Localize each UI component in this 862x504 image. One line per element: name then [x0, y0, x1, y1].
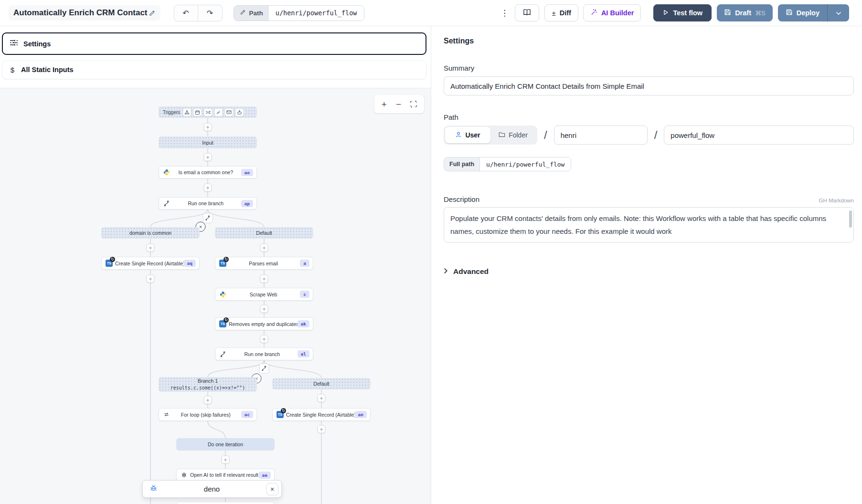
- email-icon[interactable]: [225, 108, 233, 116]
- save-icon: [786, 9, 793, 17]
- branch-predicate-code: results.c.some((x)=>x!=""): [170, 385, 245, 391]
- step-id-badge: ap: [241, 200, 253, 207]
- add-step-button[interactable]: +: [222, 456, 230, 464]
- full-path-value: u/henri/powerful_flow: [480, 158, 571, 171]
- step-node-is-email[interactable]: Is email a common one? ao: [159, 166, 257, 178]
- step-node-create-record-airtable-2[interactable]: TS↻ Create Single Record (Airtable) an: [272, 408, 371, 421]
- trigger-icons: [183, 108, 244, 116]
- branch-header-branch-1[interactable]: Branch 1 results.c.some((x)=>x!=""): [159, 377, 257, 392]
- add-branch-button[interactable]: [259, 364, 269, 374]
- zoom-in-button[interactable]: +: [382, 100, 387, 109]
- undo-button[interactable]: ↶: [174, 5, 198, 21]
- test-flow-label: Test flow: [673, 9, 702, 17]
- fit-view-button[interactable]: [410, 100, 417, 109]
- loop-body-header-do-one-iteration[interactable]: Do one iteration: [176, 438, 275, 451]
- typescript-icon: TS↻: [219, 320, 227, 327]
- test-flow-button[interactable]: Test flow: [653, 4, 712, 21]
- step-node-scrape-web[interactable]: Scrape Web c: [215, 288, 313, 301]
- python-icon: [162, 169, 170, 176]
- step-id-badge: ak: [298, 320, 309, 327]
- step-node-run-one-branch-1[interactable]: Run one branch ap: [159, 197, 257, 210]
- ai-builder-button[interactable]: AI Builder: [583, 4, 641, 21]
- more-options-kebab[interactable]: ⋮: [499, 8, 510, 18]
- add-step-button[interactable]: +: [260, 335, 268, 343]
- step-node-create-record-airtable-1[interactable]: TS↻ Create Single Record (Airtable) aq: [101, 257, 200, 270]
- add-step-button[interactable]: +: [204, 396, 212, 404]
- diff-button[interactable]: ± Diff: [544, 4, 578, 21]
- edit-title-pencil-icon[interactable]: [149, 10, 156, 17]
- zoom-out-button[interactable]: −: [396, 100, 401, 109]
- add-step-button[interactable]: +: [318, 425, 326, 433]
- step-id-badge: an: [355, 411, 367, 418]
- triggers-node[interactable]: Triggers: [159, 106, 257, 118]
- plus-minus-icon: ±: [552, 9, 555, 17]
- path-separator: /: [648, 128, 664, 142]
- play-icon: [662, 9, 669, 17]
- add-step-button[interactable]: +: [260, 244, 268, 252]
- add-step-button[interactable]: +: [204, 184, 212, 192]
- add-step-button[interactable]: +: [318, 394, 326, 402]
- save-draft-button[interactable]: Draft ⌘S: [717, 4, 773, 21]
- markdown-hint: GH Markdown: [819, 198, 854, 203]
- docs-book-button[interactable]: [515, 4, 539, 21]
- undo-redo-group: ↶ ↷: [174, 5, 223, 21]
- path-separator: /: [537, 128, 554, 142]
- settings-card[interactable]: Settings: [2, 32, 426, 55]
- close-icon: ×: [270, 485, 274, 493]
- deno-popup[interactable]: deno ×: [142, 480, 282, 498]
- branch-icon: [162, 200, 170, 207]
- deploy-button[interactable]: Deploy: [778, 4, 827, 21]
- triggers-label: Triggers: [163, 110, 180, 115]
- description-textarea[interactable]: Populate your CRM contacts' details from…: [444, 207, 854, 242]
- add-branch-button[interactable]: [203, 213, 213, 223]
- description-label: Description: [444, 195, 479, 203]
- summary-input[interactable]: [444, 76, 854, 95]
- step-node-openai[interactable]: ✻ Open AI to tell if relevant result ae: [176, 469, 275, 481]
- path-pill[interactable]: Path u/henri/powerful_flow: [234, 5, 364, 21]
- add-step-button[interactable]: +: [204, 153, 212, 161]
- loop-icon: [162, 411, 170, 418]
- magic-wand-icon: [590, 9, 597, 17]
- mqtt-icon[interactable]: [235, 108, 244, 116]
- webhook-icon[interactable]: [183, 108, 191, 116]
- branch-header-default-1[interactable]: Default: [215, 227, 313, 239]
- step-label: Parses email: [227, 261, 300, 266]
- folder-toggle-option[interactable]: Folder: [490, 127, 536, 143]
- fullscreen-icon: [410, 99, 417, 109]
- deploy-options-chevron[interactable]: [827, 4, 849, 21]
- folder-icon: [499, 131, 505, 139]
- user-toggle-option[interactable]: User: [445, 127, 490, 143]
- step-label: Run one branch: [170, 200, 241, 206]
- step-node-run-one-branch-2[interactable]: Run one branch al: [215, 347, 313, 360]
- flow-title-field[interactable]: Automatically Enrich CRM Contact: [9, 5, 160, 21]
- step-node-parses-email[interactable]: TS↻ Parses email a: [215, 257, 313, 270]
- branch-header-label: Branch 1: [198, 378, 218, 385]
- path-owner-input[interactable]: [554, 126, 648, 145]
- add-step-button[interactable]: +: [260, 305, 268, 313]
- branch-header-domain-is-common[interactable]: domain is common: [101, 227, 200, 239]
- advanced-toggle[interactable]: Advanced: [444, 267, 854, 276]
- input-node[interactable]: Input: [159, 136, 257, 148]
- add-step-button[interactable]: +: [147, 275, 155, 283]
- schedule-icon[interactable]: [193, 108, 202, 116]
- all-static-inputs-card[interactable]: $ All Static Inputs: [2, 60, 426, 79]
- redo-button[interactable]: ↷: [198, 5, 222, 21]
- branch-header-default-2[interactable]: Default: [272, 378, 371, 389]
- flow-graph-canvas[interactable]: + − Triggers Input: [0, 88, 431, 504]
- user-option-label: User: [465, 131, 480, 139]
- textarea-scrollbar[interactable]: [849, 210, 852, 228]
- http-route-icon[interactable]: [204, 108, 212, 116]
- add-step-button[interactable]: +: [204, 123, 212, 131]
- branch-header-label: Default: [313, 381, 329, 387]
- step-node-removes-empty[interactable]: TS↻ Removes empty and duplicates ak: [215, 317, 313, 330]
- add-step-button[interactable]: +: [260, 275, 268, 283]
- path-name-input[interactable]: [664, 126, 854, 145]
- add-step-button[interactable]: +: [147, 244, 155, 252]
- step-id-badge: c: [300, 291, 309, 298]
- close-deno-button[interactable]: ×: [266, 483, 278, 495]
- step-node-for-loop[interactable]: For loop (skip failures) ac: [159, 408, 257, 421]
- draft-label: Draft: [735, 9, 751, 17]
- step-id-badge: aq: [184, 260, 196, 267]
- step-label: Open AI to tell if relevant result: [188, 472, 259, 478]
- websocket-icon[interactable]: [214, 108, 223, 116]
